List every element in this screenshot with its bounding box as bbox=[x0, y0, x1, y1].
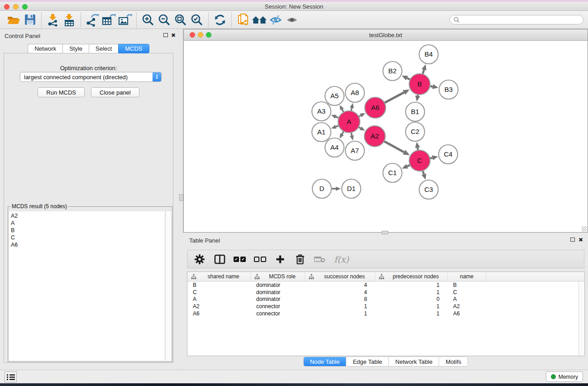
table-cell[interactable]: connector bbox=[251, 310, 305, 317]
table-cell[interactable]: B bbox=[448, 282, 486, 288]
zoom-fit-button[interactable] bbox=[172, 12, 189, 28]
table-cell[interactable]: 1 bbox=[305, 303, 375, 310]
table-cell[interactable]: 4 bbox=[305, 289, 375, 295]
resize-grip-icon[interactable] bbox=[582, 226, 587, 232]
table-cell[interactable]: A bbox=[448, 296, 486, 302]
column-header-name[interactable]: name bbox=[448, 272, 486, 281]
export-image-button[interactable] bbox=[117, 12, 133, 28]
table-settings-button[interactable] bbox=[194, 253, 206, 266]
show-hidden-button[interactable] bbox=[284, 12, 300, 28]
table-cell[interactable]: dominator bbox=[251, 296, 305, 302]
column-header-shared-name[interactable]: shared name bbox=[187, 272, 251, 281]
table-cell[interactable]: dominator bbox=[251, 282, 305, 288]
table-cell[interactable]: 1 bbox=[375, 289, 448, 295]
home-views-button[interactable] bbox=[251, 12, 268, 28]
tab-select[interactable]: Select bbox=[89, 44, 118, 53]
table-cell[interactable]: 8 bbox=[305, 296, 375, 302]
function-builder-button[interactable]: f(x) bbox=[334, 253, 349, 266]
deselect-all-button[interactable] bbox=[254, 253, 266, 266]
run-mcds-button[interactable]: Run MCDS bbox=[38, 87, 85, 97]
table-cell[interactable]: A6 bbox=[448, 310, 486, 317]
table-cell[interactable]: 1 bbox=[305, 310, 375, 317]
close-panel-icon[interactable]: ✖ bbox=[171, 33, 176, 38]
search-field[interactable] bbox=[449, 15, 583, 24]
network-graph[interactable]: B4B2BB3A8A5A6A3B1AA1C2A2A4A7C4CC1C3DD1 bbox=[184, 41, 588, 233]
table-row[interactable]: A6connector11A6 bbox=[187, 310, 578, 317]
network-from-document-button[interactable] bbox=[235, 12, 251, 28]
splitter-handle[interactable] bbox=[179, 194, 183, 201]
select-all-button[interactable]: ✔ ✔ bbox=[234, 253, 246, 266]
result-item[interactable]: A bbox=[11, 219, 165, 227]
table-cell[interactable]: B bbox=[187, 282, 251, 288]
splitter-handle[interactable] bbox=[382, 231, 388, 234]
table-cell[interactable]: A6 bbox=[187, 310, 251, 317]
delete-column-button[interactable] bbox=[294, 253, 306, 266]
hide-selected-button[interactable] bbox=[268, 12, 284, 28]
graph-edge-C-C4[interactable] bbox=[430, 158, 432, 158]
graph-edge-A-A8[interactable] bbox=[351, 108, 352, 110]
zoom-selected-button[interactable] bbox=[189, 12, 205, 28]
column-header-predecessor-nodes[interactable]: predecessor nodes bbox=[375, 272, 448, 281]
graph-edge-A-A2[interactable] bbox=[359, 127, 361, 128]
table-row[interactable]: Adominator80A bbox=[187, 296, 578, 303]
result-item[interactable]: B bbox=[11, 227, 165, 234]
open-file-button[interactable] bbox=[5, 12, 22, 28]
tab-edge-table[interactable]: Edge Table bbox=[346, 357, 389, 366]
tab-network[interactable]: Network bbox=[28, 44, 62, 53]
table-cell[interactable]: 1 bbox=[375, 310, 448, 317]
graph-edge-C-C1[interactable] bbox=[407, 165, 410, 167]
graph-edge-B-B2[interactable] bbox=[407, 78, 410, 79]
result-item[interactable]: A2 bbox=[11, 212, 165, 219]
criterion-dropdown[interactable]: largest connected component (directed) ▲… bbox=[20, 72, 162, 82]
column-header-successor-nodes[interactable]: successor nodes bbox=[305, 272, 375, 281]
tab-mcds[interactable]: MCDS bbox=[118, 44, 149, 53]
graph-edge-A6-B[interactable] bbox=[385, 92, 404, 102]
graph-edge-A-A4[interactable] bbox=[342, 132, 344, 134]
add-column-button[interactable] bbox=[274, 253, 286, 266]
table-cell[interactable]: dominator bbox=[251, 289, 305, 295]
tab-node-table[interactable]: Node Table bbox=[304, 357, 347, 366]
graph-edge-A-A3[interactable] bbox=[336, 117, 339, 118]
close-table-panel-icon[interactable]: ✖ bbox=[578, 238, 583, 242]
graph-edge-A-A6[interactable] bbox=[359, 115, 361, 116]
table-cell[interactable]: C bbox=[187, 289, 251, 295]
tab-motifs[interactable]: Motifs bbox=[439, 357, 468, 366]
graph-edge-A2-C[interactable] bbox=[384, 141, 404, 152]
graph-edge-B-B3[interactable] bbox=[430, 86, 433, 86]
table-cell[interactable]: C bbox=[448, 289, 486, 295]
refresh-layout-button[interactable] bbox=[212, 12, 228, 28]
import-table-button[interactable] bbox=[61, 12, 77, 28]
import-network-button[interactable] bbox=[45, 12, 61, 28]
table-cell[interactable]: A2 bbox=[448, 303, 486, 310]
graph-edge-A-A5[interactable] bbox=[342, 110, 344, 112]
column-header-MCDS-role[interactable]: MCDS role bbox=[251, 272, 305, 281]
graph-edge-C-C2[interactable] bbox=[417, 148, 418, 150]
graph-edge-C-C3[interactable] bbox=[423, 171, 424, 174]
table-cell[interactable]: 1 bbox=[375, 303, 448, 310]
result-item[interactable]: A6 bbox=[11, 241, 165, 248]
tab-network-table[interactable]: Network Table bbox=[389, 357, 439, 366]
column-layout-button[interactable] bbox=[214, 253, 225, 266]
graph-edge-B-B4[interactable] bbox=[423, 70, 424, 74]
tab-style[interactable]: Style bbox=[62, 44, 89, 53]
float-table-panel-icon[interactable] bbox=[570, 238, 575, 242]
export-network-button[interactable] bbox=[84, 12, 100, 28]
task-history-button[interactable] bbox=[5, 372, 17, 382]
result-scrollbar[interactable] bbox=[165, 211, 171, 361]
network-canvas[interactable]: B4B2BB3A8A5A6A3B1AA1C2A2A4A7C4CC1C3DD1 bbox=[184, 41, 588, 232]
table-cell[interactable]: 1 bbox=[375, 282, 448, 288]
table-row[interactable]: Bdominator41B bbox=[187, 281, 578, 289]
memory-button[interactable]: Memory bbox=[546, 372, 583, 382]
close-panel-button[interactable]: Close panel bbox=[91, 87, 139, 97]
table-scrollbar[interactable] bbox=[578, 281, 584, 356]
export-table-button[interactable] bbox=[100, 12, 117, 28]
result-item[interactable]: C bbox=[11, 234, 165, 241]
zoom-out-button[interactable] bbox=[156, 12, 172, 28]
table-row[interactable]: Cdominator41C bbox=[187, 289, 578, 296]
save-session-button[interactable] bbox=[22, 12, 38, 28]
zoom-in-button[interactable] bbox=[140, 12, 156, 28]
table-row[interactable]: A2connector11A2 bbox=[187, 303, 578, 310]
search-input[interactable] bbox=[462, 17, 579, 23]
table-cell[interactable]: A bbox=[187, 296, 251, 302]
float-panel-icon[interactable] bbox=[163, 33, 168, 37]
